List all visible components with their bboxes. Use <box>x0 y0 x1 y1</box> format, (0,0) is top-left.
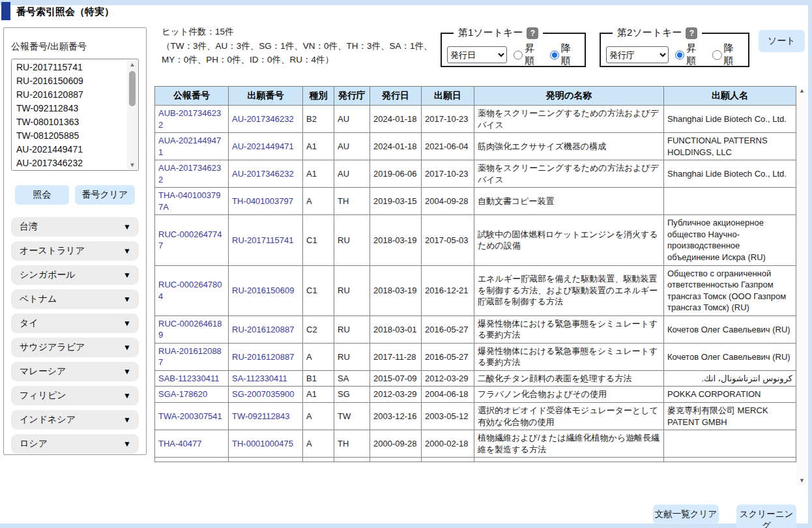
country-accordion-8[interactable]: インドネシア▼ <box>11 410 139 430</box>
sort-key1-select[interactable]: 発行日 <box>447 46 507 63</box>
number-list-item[interactable]: SGA-178620 <box>12 170 127 171</box>
invention-title-cell <box>474 458 664 462</box>
filing-date-cell: 2017-10-23 <box>422 160 474 188</box>
number-list-item[interactable]: RU-2017115741 <box>12 61 127 74</box>
number-listbox[interactable]: RU-2017115741RU-2016150609RU-2016120887T… <box>11 59 139 171</box>
chevron-down-icon: ▼ <box>123 295 131 304</box>
publication-number-link[interactable]: THA-0401003797A <box>158 190 220 212</box>
screening-button[interactable]: スクリーニング <box>736 505 796 528</box>
application-number-link[interactable]: SG-2007035900 <box>232 389 294 399</box>
table-row: SAB-112330411SA-112330411B1SA2015-07-092… <box>155 370 796 387</box>
inquiry-button[interactable]: 照会 <box>15 185 69 205</box>
publication-number-link[interactable]: SAB-112330411 <box>158 374 219 383</box>
number-list-item[interactable]: RU-2016150609 <box>12 74 127 88</box>
sort-button[interactable]: ソート <box>759 30 805 52</box>
country-accordion-label: シンガポール <box>20 269 76 281</box>
table-scrollbar-thumb[interactable] <box>797 86 804 454</box>
issue-date-cell: 2024-01-18 <box>370 106 422 133</box>
sort-key2-select[interactable]: 発行庁 <box>606 46 669 63</box>
country-accordion-0[interactable]: 台湾▼ <box>11 217 139 237</box>
application-number-link[interactable]: TW-092112843 <box>232 411 289 421</box>
frame-bottom <box>0 523 812 528</box>
country-accordion-1[interactable]: オーストラリア▼ <box>11 241 139 261</box>
sort-key2-asc-option[interactable]: 昇順 <box>675 42 706 67</box>
country-accordion-6[interactable]: マレーシア▼ <box>11 362 139 381</box>
country-accordion-3[interactable]: ベトナム▼ <box>11 289 139 309</box>
number-list-item[interactable]: RU-2016120887 <box>12 88 127 102</box>
table-row: RUC-0002646189RU-2016120887C2RU2018-03-0… <box>155 315 796 343</box>
number-clear-button[interactable]: 番号クリア <box>75 185 135 205</box>
number-list-item[interactable]: AU-2021449471 <box>12 143 127 156</box>
issue-date-cell: 2019-03-15 <box>370 188 422 215</box>
scroll-down-icon[interactable]: ▼ <box>127 160 138 169</box>
application-number-cell: RU-2017115741 <box>229 215 303 265</box>
application-number-link[interactable]: RU-2016120887 <box>232 325 294 334</box>
chevron-down-icon: ▼ <box>123 415 131 424</box>
document-list-clear-button[interactable]: 文献一覧クリア <box>653 505 719 524</box>
help-icon[interactable]: ? <box>527 27 538 39</box>
application-number-link[interactable]: RU-2016150609 <box>232 286 294 295</box>
country-accordion-7[interactable]: フィリピン▼ <box>11 386 139 405</box>
application-number-link[interactable]: RU-2017115741 <box>232 235 293 245</box>
scroll-up-icon[interactable]: ▲ <box>797 86 807 96</box>
application-number-link[interactable]: RU-2016120887 <box>232 352 294 362</box>
application-number-link[interactable]: SA-112330411 <box>232 374 287 383</box>
application-number-link[interactable]: TH-0401003797 <box>232 196 293 206</box>
invention-title-cell: 二酸化チタン顔料の表面を処理する方法 <box>474 370 664 387</box>
table-scrollbar[interactable]: ▲ ▼ <box>797 86 807 486</box>
sort-key1-asc-radio[interactable] <box>514 50 523 60</box>
publication-number-link[interactable]: AUB-2017346232 <box>158 108 221 130</box>
number-list-item[interactable]: TW-092112843 <box>12 102 127 115</box>
publication-number-link[interactable]: RUC-0002646189 <box>158 319 222 340</box>
application-number-link[interactable]: AU-2017346232 <box>232 114 294 124</box>
invention-title-cell: エネルギー貯蔵部を備えた駆動装置、駆動装置を制御する方法、および駆動装置のエネル… <box>474 265 664 315</box>
publication-number-link[interactable]: RUA-2016120887 <box>158 346 222 368</box>
scroll-up-icon[interactable]: ▲ <box>127 60 138 69</box>
publication-number-cell: AUA-2021449471 <box>155 133 229 160</box>
publication-number-link[interactable]: AUA-2021449471 <box>158 136 221 157</box>
application-number-link[interactable]: AU-2021449471 <box>232 141 294 151</box>
publication-number-link[interactable]: RUC-0002647804 <box>158 280 222 301</box>
country-accordion-2[interactable]: シンガポール▼ <box>11 265 139 285</box>
publication-number-link[interactable]: SGA-178620 <box>158 389 207 399</box>
application-number-link[interactable]: AU-2017346232 <box>232 169 294 179</box>
applicant-cell: POKKA CORPORATION <box>664 387 796 403</box>
issue-date-cell: 2000-09-28 <box>370 430 422 458</box>
help-icon[interactable]: ? <box>686 27 697 39</box>
publication-number-cell: RUC-0002646189 <box>155 315 229 343</box>
publication-number-link[interactable]: RUC-0002647747 <box>158 229 222 251</box>
scroll-down-icon[interactable]: ▼ <box>797 476 807 486</box>
publication-number-link[interactable]: TWA-200307541 <box>158 411 222 421</box>
sort-key2-asc-radio[interactable] <box>675 50 685 60</box>
sort-key2-desc-option[interactable]: 降順 <box>712 42 743 67</box>
office-cell: AU <box>334 133 370 160</box>
listbox-scrollbar[interactable]: ▲ ▼ <box>127 60 138 169</box>
number-list-item[interactable]: TW-081205885 <box>12 129 127 143</box>
column-header: 発行庁 <box>334 87 370 106</box>
publication-number-link[interactable]: AUA-2017346232 <box>158 163 221 184</box>
invention-title-cell: 爆発性物体における緊急事態をシミュレートする要約方法 <box>474 315 664 343</box>
listbox-scrollbar-thumb[interactable] <box>129 71 136 106</box>
sort-key2-desc-radio[interactable] <box>712 50 722 60</box>
publication-number-link[interactable]: THA-40477 <box>158 439 201 448</box>
sort-key1-asc-option[interactable]: 昇順 <box>514 42 543 67</box>
number-list-item[interactable]: TW-080101363 <box>12 115 127 129</box>
column-header: 発行日 <box>370 87 422 106</box>
office-cell: AU <box>334 106 370 133</box>
application-number-link[interactable]: TH-0001000475 <box>232 439 293 448</box>
country-accordion-4[interactable]: タイ▼ <box>11 314 139 333</box>
country-accordion-label: オーストラリア <box>20 245 85 257</box>
publication-number-cell: THA-40477 <box>155 430 229 458</box>
number-list-item[interactable]: AU-2017346232 <box>12 156 127 170</box>
filing-date-cell: 2012-03-29 <box>422 370 474 387</box>
office-cell: RU <box>334 215 370 265</box>
sort-key1-desc-radio[interactable] <box>550 50 559 60</box>
sort-key1-desc-option[interactable]: 降順 <box>550 42 579 67</box>
country-accordion-9[interactable]: ロシア▼ <box>11 434 139 454</box>
kind-cell: B2 <box>303 106 334 133</box>
kind-cell: A1 <box>303 387 334 403</box>
office-cell: SA <box>334 370 370 387</box>
frame-top <box>0 0 812 5</box>
application-number-cell: AU-2021449471 <box>229 133 303 160</box>
country-accordion-5[interactable]: サウジアラビア▼ <box>11 338 139 357</box>
